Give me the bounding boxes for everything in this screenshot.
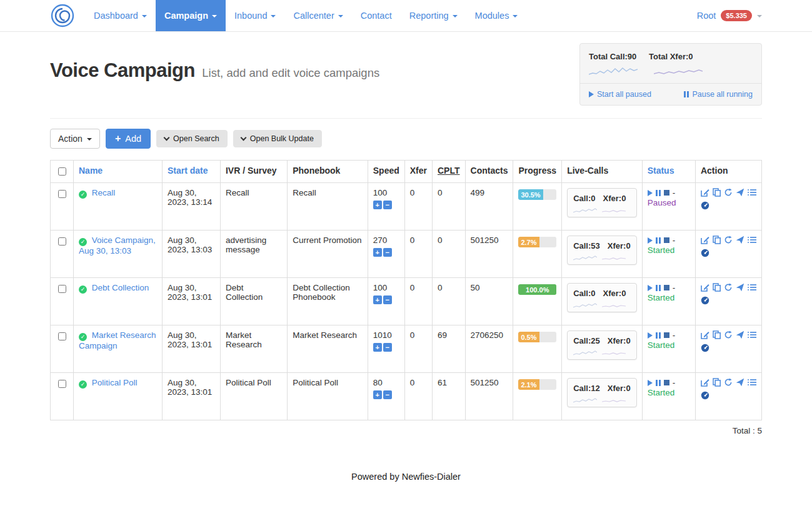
check-circle-icon: ✓ (79, 333, 87, 341)
row-checkbox[interactable] (58, 380, 66, 388)
start-campaign-icon[interactable] (648, 332, 653, 339)
nav-reporting-label: Reporting (409, 11, 449, 21)
speed-decrease-button[interactable]: − (383, 201, 392, 209)
send-test-call-icon[interactable] (736, 188, 744, 197)
action-dropdown-button[interactable]: Action (50, 129, 100, 149)
refresh-icon[interactable] (724, 236, 733, 244)
dashboard-gauge-icon[interactable] (701, 249, 709, 257)
live-calls-cell: Call:53 Xfer:0 (562, 231, 643, 278)
status-label: Started (648, 340, 675, 350)
nav-callcenter[interactable]: Callcenter (284, 0, 351, 31)
live-calls-box: Call:0 Xfer:0 (567, 283, 637, 312)
row-checkbox[interactable] (58, 237, 66, 246)
speed-increase-button[interactable]: + (373, 343, 382, 352)
campaign-name-link[interactable]: Political Poll (92, 378, 138, 387)
user-name-link[interactable]: Root (697, 11, 716, 21)
nav-reporting[interactable]: Reporting (401, 0, 466, 31)
stop-campaign-icon[interactable] (664, 237, 669, 243)
stop-campaign-icon[interactable] (664, 285, 669, 290)
nav-campaign[interactable]: Campaign (156, 0, 226, 31)
campaign-name-link[interactable]: Recall (92, 188, 116, 197)
refresh-icon[interactable] (724, 283, 733, 292)
start-campaign-icon[interactable] (648, 380, 653, 386)
speed-increase-button[interactable]: + (373, 248, 382, 257)
refresh-icon[interactable] (724, 378, 733, 387)
subscriber-list-icon[interactable] (748, 331, 756, 339)
dashboard-gauge-icon[interactable] (701, 201, 709, 210)
stop-campaign-icon[interactable] (664, 190, 669, 196)
subscriber-list-icon[interactable] (748, 189, 756, 196)
row-checkbox[interactable] (58, 332, 66, 340)
col-header-phonebook: Phonebook (288, 161, 368, 183)
col-header-start-date[interactable]: Start date (162, 161, 220, 183)
speed-increase-button[interactable]: + (373, 295, 382, 304)
pause-campaign-icon[interactable] (656, 332, 661, 339)
subscriber-list-icon[interactable] (748, 379, 756, 386)
edit-icon[interactable] (701, 378, 709, 387)
dashboard-gauge-icon[interactable] (701, 391, 709, 400)
chevron-down-icon (142, 15, 147, 17)
open-bulk-update-button[interactable]: Open Bulk Update (233, 130, 322, 147)
copy-icon[interactable] (713, 378, 721, 387)
progress-bar-fill: 100.0% (518, 284, 556, 295)
status-cell: - Started (642, 278, 695, 325)
copy-icon[interactable] (713, 188, 721, 197)
pause-campaign-icon[interactable] (656, 237, 661, 244)
start-campaign-icon[interactable] (648, 237, 653, 244)
send-test-call-icon[interactable] (736, 236, 744, 244)
nav-modules-label: Modules (475, 11, 509, 21)
refresh-icon[interactable] (724, 330, 733, 339)
campaign-name-link[interactable]: Market Research Campaign (79, 330, 156, 350)
copy-icon[interactable] (713, 330, 721, 339)
edit-icon[interactable] (701, 283, 709, 292)
send-test-call-icon[interactable] (736, 283, 744, 292)
speed-decrease-button[interactable]: − (383, 295, 392, 304)
speed-increase-button[interactable]: + (373, 390, 382, 399)
pause-all-running-link[interactable]: Pause all running (684, 90, 753, 99)
edit-icon[interactable] (701, 188, 709, 197)
nav-dashboard[interactable]: Dashboard (85, 0, 156, 31)
dashboard-gauge-icon[interactable] (701, 344, 709, 352)
speed-decrease-button[interactable]: − (383, 390, 392, 399)
pause-campaign-icon[interactable] (656, 190, 661, 196)
campaign-name-link[interactable]: Voice Campaign, Aug 30, 13:03 (79, 236, 156, 255)
user-menu[interactable]: Root $5.335 (697, 10, 762, 21)
edit-icon[interactable] (701, 236, 709, 244)
add-campaign-button[interactable]: + Add (106, 129, 151, 149)
send-test-call-icon[interactable] (736, 378, 744, 387)
dashboard-gauge-icon[interactable] (701, 296, 709, 305)
stop-campaign-icon[interactable] (664, 332, 669, 338)
plus-icon: + (115, 134, 121, 144)
refresh-icon[interactable] (724, 188, 733, 197)
campaign-name-link[interactable]: Debt Collection (92, 283, 149, 292)
nav-inbound[interactable]: Inbound (226, 0, 284, 31)
live-call-count: Call:25 (573, 336, 600, 345)
subscriber-list-icon[interactable] (748, 284, 756, 291)
speed-decrease-button[interactable]: − (383, 343, 392, 352)
live-call-count: Call:0 (573, 289, 595, 298)
app-logo[interactable] (50, 3, 75, 28)
live-call-sparkline (573, 397, 597, 404)
copy-icon[interactable] (713, 236, 721, 244)
speed-increase-button[interactable]: + (373, 201, 382, 209)
speed-decrease-button[interactable]: − (383, 248, 392, 257)
row-checkbox[interactable] (58, 285, 66, 293)
nav-modules[interactable]: Modules (466, 0, 527, 31)
pause-campaign-icon[interactable] (656, 285, 661, 291)
nav-contact[interactable]: Contact (352, 0, 401, 31)
col-header-status[interactable]: Status (642, 161, 695, 183)
edit-icon[interactable] (701, 330, 709, 339)
start-campaign-icon[interactable] (648, 190, 653, 196)
subscriber-list-icon[interactable] (748, 236, 756, 244)
select-all-checkbox[interactable] (58, 167, 66, 176)
stop-campaign-icon[interactable] (664, 380, 669, 385)
row-checkbox[interactable] (58, 190, 66, 198)
col-header-name[interactable]: Name (74, 161, 163, 183)
start-all-paused-link[interactable]: Start all paused (589, 90, 651, 99)
action-cell (695, 231, 761, 278)
pause-campaign-icon[interactable] (656, 380, 661, 386)
send-test-call-icon[interactable] (736, 330, 744, 339)
copy-icon[interactable] (713, 283, 721, 292)
start-campaign-icon[interactable] (648, 285, 653, 291)
open-search-button[interactable]: Open Search (156, 130, 228, 147)
